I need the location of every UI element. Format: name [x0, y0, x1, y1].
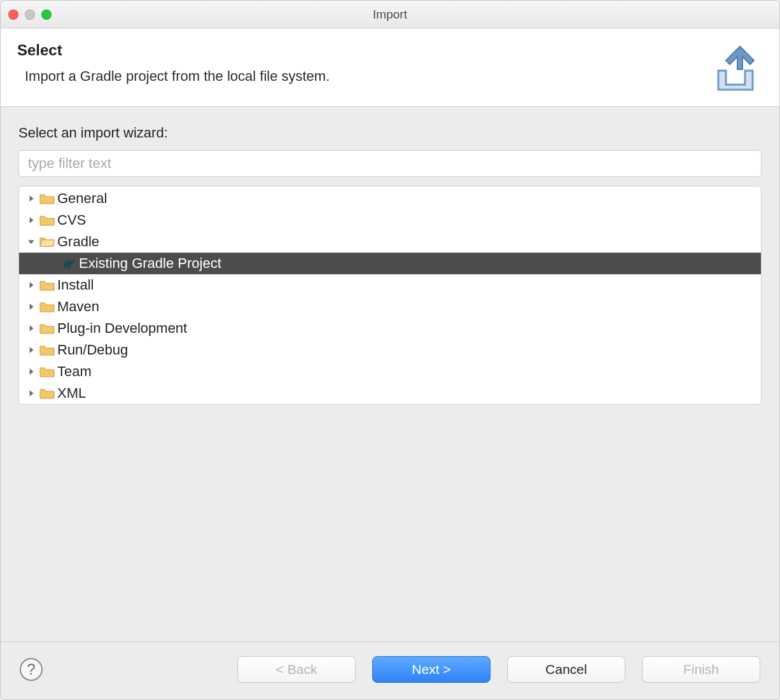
tree-folder[interactable]: Install — [19, 274, 761, 296]
footer-buttons: < Back Next > Cancel Finish — [237, 656, 760, 683]
chevron-right-icon — [25, 366, 37, 377]
dialog-body: Select an import wizard: GeneralCVSGradl… — [1, 107, 779, 405]
filter-input[interactable] — [18, 150, 762, 177]
chevron-down-icon — [25, 236, 37, 248]
folder-icon — [39, 192, 55, 205]
dialog-window: Import Select Import a Gradle project fr… — [0, 0, 780, 700]
window-title: Import — [1, 8, 779, 22]
chevron-right-icon — [25, 193, 37, 204]
folder-icon — [39, 387, 55, 400]
folder-icon — [39, 365, 55, 378]
next-button[interactable]: Next > — [372, 656, 491, 683]
page-title: Select — [17, 41, 330, 59]
tree-folder[interactable]: Team — [19, 361, 761, 382]
page-subtitle: Import a Gradle project from the local f… — [17, 68, 330, 85]
chevron-right-icon — [25, 344, 37, 356]
tree-folder-label: Install — [57, 277, 94, 293]
chevron-right-icon — [25, 388, 37, 399]
import-icon — [708, 44, 763, 91]
back-button[interactable]: < Back — [237, 656, 356, 683]
tree-folder[interactable]: CVS — [19, 209, 761, 231]
tree-folder[interactable]: XML — [19, 382, 761, 404]
help-button[interactable]: ? — [20, 658, 43, 681]
tree-folder-label: Maven — [57, 298, 99, 315]
tree-folder[interactable]: Plug-in Development — [19, 318, 761, 339]
chevron-right-icon — [25, 279, 37, 291]
tree-folder[interactable]: Run/Debug — [19, 339, 761, 361]
dialog-header-text: Select Import a Gradle project from the … — [17, 41, 330, 85]
dialog-header: Select Import a Gradle project from the … — [1, 29, 779, 107]
folder-icon — [39, 322, 55, 335]
tree-folder-label: Team — [57, 363, 92, 380]
folder-icon — [39, 214, 55, 227]
chevron-right-icon — [25, 301, 37, 312]
tree-item[interactable]: Existing Gradle Project — [19, 253, 761, 274]
tree-folder[interactable]: Gradle — [19, 231, 761, 253]
wizard-tree[interactable]: GeneralCVSGradleExisting Gradle ProjectI… — [18, 186, 762, 405]
tree-folder-label: Plug-in Development — [57, 320, 187, 337]
cancel-button[interactable]: Cancel — [507, 656, 625, 683]
tree-folder[interactable]: Maven — [19, 296, 761, 318]
finish-button[interactable]: Finish — [642, 656, 760, 683]
folder-icon — [39, 300, 55, 313]
titlebar: Import — [1, 1, 779, 29]
tree-folder-label: Gradle — [57, 234, 99, 250]
tree-folder-label: XML — [57, 385, 86, 402]
gradle-icon — [61, 257, 76, 270]
help-icon: ? — [27, 661, 35, 678]
tree-folder-label: General — [57, 190, 107, 207]
folder-icon — [39, 279, 55, 291]
tree-folder-label: CVS — [57, 212, 86, 228]
tree-folder[interactable]: General — [19, 188, 761, 209]
wizard-label: Select an import wizard: — [18, 125, 762, 141]
folder-icon — [39, 235, 55, 248]
dialog-footer: ? < Back Next > Cancel Finish — [1, 641, 779, 699]
tree-folder-label: Run/Debug — [57, 342, 128, 358]
chevron-right-icon — [25, 214, 37, 226]
tree-item-label: Existing Gradle Project — [79, 255, 221, 272]
folder-icon — [39, 344, 55, 356]
chevron-right-icon — [25, 323, 37, 334]
